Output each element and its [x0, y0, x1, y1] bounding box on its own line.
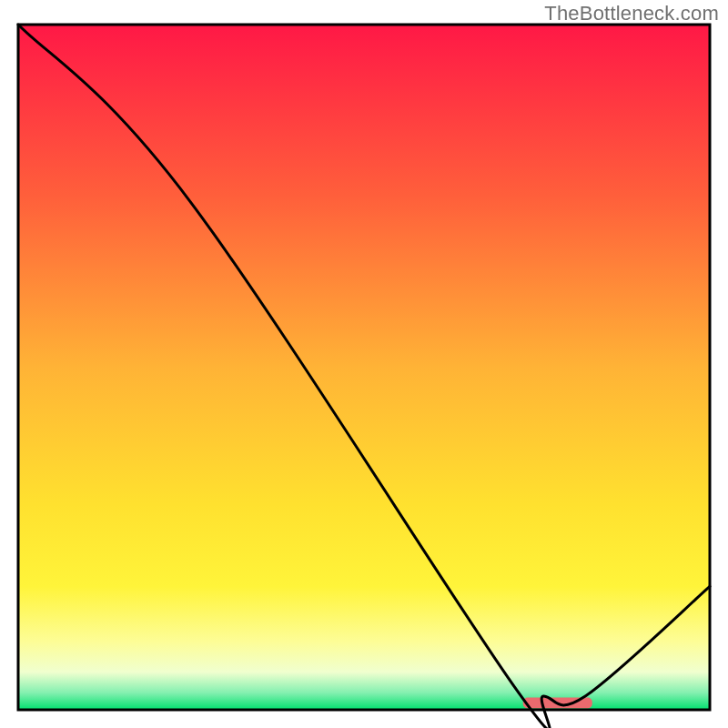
chart-container: TheBottleneck.com	[0, 0, 728, 728]
watermark-text: TheBottleneck.com	[544, 2, 719, 25]
plot-background	[18, 25, 710, 710]
bottleneck-chart	[0, 0, 728, 728]
